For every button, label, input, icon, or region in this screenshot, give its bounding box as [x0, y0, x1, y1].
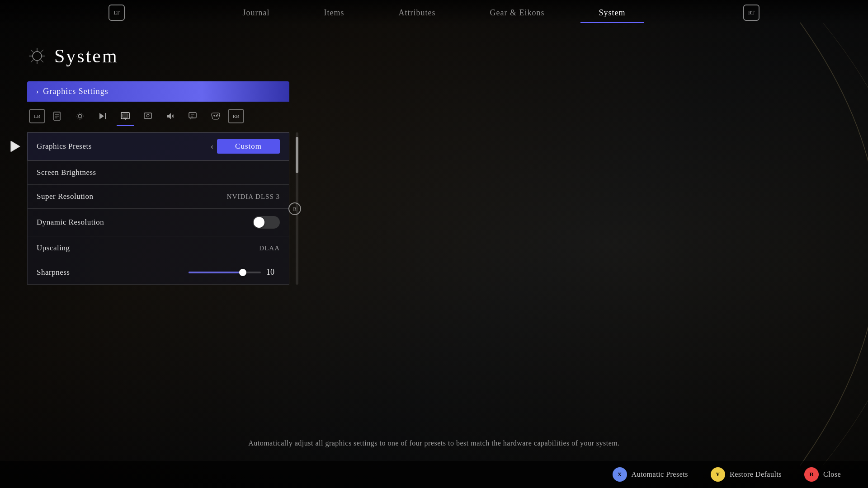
scroll-thumb [296, 137, 298, 173]
nav-tab-journal[interactable]: Journal [216, 5, 297, 21]
settings-tabs: LB [27, 107, 289, 125]
nav-tab-attributes[interactable]: Attributes [372, 5, 463, 21]
lt-button[interactable]: LT [108, 5, 125, 21]
svg-line-7 [41, 50, 43, 52]
presets-left-arrow-icon: ‹ [211, 142, 213, 151]
automatic-presets-action[interactable]: X Automatic Presets [613, 467, 688, 482]
upscaling-label: Upscaling [37, 244, 259, 253]
restore-defaults-action[interactable]: Y Restore Defaults [711, 467, 782, 482]
top-navigation: LT Journal Items Attributes Gear & Eikon… [0, 0, 868, 25]
svg-marker-15 [99, 113, 104, 119]
tab-display[interactable] [137, 107, 158, 125]
svg-line-5 [31, 50, 33, 52]
r-indicator: R [288, 202, 301, 215]
super-resolution-label: Super Resolution [37, 192, 227, 201]
sharpness-slider-thumb [239, 269, 246, 276]
dynamic-resolution-row[interactable]: Dynamic Resolution [27, 208, 289, 236]
category-header[interactable]: › Graphics Settings [27, 81, 289, 102]
svg-rect-24 [189, 113, 196, 118]
b-button[interactable]: B [804, 467, 819, 482]
nav-tab-system[interactable]: System [571, 5, 652, 21]
svg-point-0 [33, 52, 42, 61]
decorative-arc [326, 0, 868, 488]
tab-audio[interactable] [160, 107, 181, 125]
lb-tab-button[interactable]: LB [29, 109, 45, 123]
close-label: Close [823, 470, 841, 479]
toggle-thumb [254, 217, 264, 228]
presets-value-button[interactable]: Custom [217, 139, 280, 154]
sharpness-slider-container[interactable]: 10 [189, 267, 280, 277]
sharpness-row[interactable]: Sharpness 10 [27, 260, 289, 285]
tab-graphics[interactable] [115, 107, 136, 125]
description-text: Automatically adjust all graphics settin… [0, 439, 868, 447]
graphics-presets-row[interactable]: Graphics Presets ‹ Custom [27, 132, 289, 160]
category-title: Graphics Settings [43, 87, 108, 96]
toggle-track [253, 216, 280, 229]
svg-point-13 [78, 114, 82, 118]
svg-point-30 [216, 116, 217, 117]
bottom-bar: X Automatic Presets Y Restore Defaults B… [0, 461, 868, 488]
rb-tab-button[interactable]: RB [228, 109, 244, 123]
svg-line-8 [31, 60, 33, 62]
svg-line-6 [41, 60, 43, 62]
dynamic-resolution-label: Dynamic Resolution [37, 218, 253, 227]
x-button[interactable]: X [613, 467, 627, 482]
settings-panel: › Graphics Settings LB [27, 81, 289, 285]
category-expand-icon: › [36, 88, 38, 96]
display-tab-icon [143, 111, 153, 121]
svg-point-22 [146, 114, 149, 117]
nav-items: LT Journal Items Attributes Gear & Eikon… [0, 5, 868, 21]
tab-journal[interactable] [47, 107, 68, 125]
skip-tab-icon [98, 111, 108, 121]
chat-tab-icon [188, 111, 198, 121]
sharpness-value: 10 [266, 267, 280, 277]
svg-rect-21 [144, 113, 151, 118]
page-title-area: System [27, 45, 118, 67]
svg-rect-16 [105, 113, 106, 119]
cursor-arrow [8, 138, 24, 155]
automatic-presets-label: Automatic Presets [632, 470, 688, 479]
sharpness-slider-track [189, 272, 261, 273]
system-icon [27, 46, 47, 66]
graphics-tab-icon [120, 111, 130, 121]
upscaling-value: DLAA [259, 244, 280, 252]
sharpness-label: Sharpness [37, 268, 189, 277]
settings-list-inner: Graphics Presets ‹ Custom Screen Brightn… [27, 132, 289, 285]
tab-settings[interactable] [70, 107, 90, 125]
y-button[interactable]: Y [711, 467, 725, 482]
tab-skip[interactable] [92, 107, 113, 125]
restore-defaults-label: Restore Defaults [730, 470, 782, 479]
screen-brightness-label: Screen Brightness [37, 168, 280, 177]
super-resolution-row[interactable]: Super Resolution NVIDIA DLSS 3 [27, 184, 289, 208]
nav-tab-items[interactable]: Items [297, 5, 372, 21]
svg-rect-20 [123, 114, 128, 117]
tab-chat[interactable] [183, 107, 203, 125]
nav-tab-gear-eikons[interactable]: Gear & Eikons [463, 5, 572, 21]
svg-point-14 [77, 113, 83, 119]
dynamic-resolution-toggle[interactable] [253, 216, 280, 229]
super-resolution-value: NVIDIA DLSS 3 [227, 193, 280, 201]
rt-button[interactable]: RT [743, 5, 760, 21]
settings-tab-icon [75, 111, 85, 121]
page-title: System [54, 45, 118, 67]
close-action[interactable]: B Close [804, 467, 841, 482]
sharpness-slider-fill [189, 272, 241, 273]
upscaling-row[interactable]: Upscaling DLAA [27, 236, 289, 260]
controller-tab-icon [210, 111, 221, 121]
graphics-presets-label: Graphics Presets [37, 142, 211, 151]
tab-controller[interactable] [205, 107, 226, 125]
audio-tab-icon [165, 111, 175, 121]
svg-marker-32 [10, 141, 19, 152]
svg-marker-23 [167, 113, 171, 119]
settings-list: Graphics Presets ‹ Custom Screen Brightn… [27, 132, 289, 285]
journal-tab-icon [52, 111, 62, 121]
screen-brightness-row[interactable]: Screen Brightness [27, 160, 289, 184]
